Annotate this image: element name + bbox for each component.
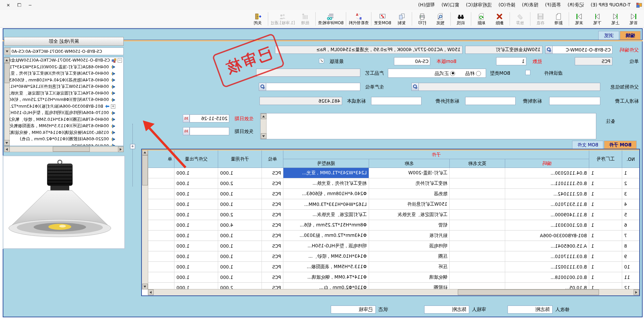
col-header-unit[interactable]: 单位: [261, 150, 283, 168]
scroll-up-icon[interactable]: [4, 57, 10, 63]
cell-extra[interactable]: [148, 251, 174, 262]
toolbar-approve-button[interactable]: [1.审核].通过: [269, 11, 296, 27]
tree-item[interactable]: 00220-606A(硅胶圈)(Φ110*Φ2.0mm，白色): [4, 136, 123, 143]
cell-name[interactable]: 工矿灯固定板、亚光铁灰: [369, 210, 449, 220]
cell-qty[interactable]: 2.000: [218, 178, 261, 189]
effective-date-field[interactable]: [190, 114, 229, 122]
table-row[interactable]: 91B.03.1117010...压圈Φ143*H10.5MM，喷砂、...PC…: [148, 251, 639, 262]
cell-qty[interactable]: 1.000: [218, 199, 261, 210]
scrollbar-thumb[interactable]: [4, 63, 10, 83]
lookup-icon[interactable]: [259, 83, 266, 91]
formal-radio-option[interactable]: 正式品: [435, 70, 455, 77]
cell-no[interactable]: 8: [622, 241, 639, 251]
scroll-down-icon[interactable]: [4, 140, 10, 146]
cell-seq[interactable]: 1: [589, 199, 622, 210]
cell-qty[interactable]: 1.000: [218, 241, 261, 251]
tree-item[interactable]: 004H0-679A(压环)(Φ113.5*H5MM，表面阳极氧化): [4, 123, 123, 130]
tree-item[interactable]: −CS-BYB-O-150MW-30D71-WCTKG-A0(150W钛金相变工…: [4, 57, 123, 64]
expire-date-field[interactable]: [190, 127, 229, 135]
scroll-down-icon[interactable]: [142, 284, 148, 289]
cell-spec[interactable]: Φ114*T4.0MM，钢化玻璃...: [283, 272, 369, 283]
tree-item[interactable]: +B01-BYB00330-006A(贴片灯板)(Φ143mm*T2.0mm，贴…: [4, 103, 123, 110]
cell-qty[interactable]: 1.000: [218, 189, 261, 199]
cell-extra[interactable]: [148, 189, 174, 199]
cell-name[interactable]: 压圈: [369, 251, 449, 262]
cell-spec[interactable]: Φ110*Φ2.0mm，白...: [283, 283, 369, 289]
cell-extra[interactable]: [148, 178, 174, 189]
bom-version-combo[interactable]: CS-BYB-O-150MW-30D71-WCTKG-A0:CS-A0: [4, 47, 124, 55]
cell-name[interactable]: 硅胶圈: [369, 283, 449, 289]
toolbar-new-button[interactable]: 新增: [550, 11, 568, 27]
radio-icon[interactable]: [476, 71, 481, 76]
cell-spec[interactable]: Φ143*H10.5MM，喷砂、...: [283, 251, 369, 262]
col-header-spec[interactable]: 规格型号: [283, 159, 369, 168]
col-header-no[interactable]: NO.: [622, 150, 639, 168]
tab-edit[interactable]: 编辑: [620, 31, 641, 40]
cell-spec[interactable]: Φ8mm*H51*T2.25mm，铝6...: [283, 220, 369, 230]
cell-spec[interactable]: 相变工矿灯外壳，亚光铁...: [283, 178, 369, 189]
cell-en[interactable]: [449, 168, 505, 178]
menu-item-1[interactable]: 记录(R): [564, 1, 588, 9]
restore-button[interactable]: ❐: [14, 2, 25, 8]
cell-no[interactable]: 12: [622, 283, 639, 289]
cell-en[interactable]: [449, 189, 505, 199]
cell-unit[interactable]: PCS: [261, 210, 283, 220]
menu-item-6[interactable]: 窗口(W): [438, 1, 462, 9]
scrollbar-thumb[interactable]: [53, 146, 90, 152]
cell-pqty[interactable]: 1.000: [174, 199, 218, 210]
cell-name[interactable]: 明纬电源: [369, 241, 449, 251]
cell-spec[interactable]: Φ113.5*H5MM，表面阳极...: [283, 262, 369, 272]
table-horizontal-scrollbar[interactable]: [148, 289, 639, 295]
tree-item[interactable]: 015BL-302A(钢化玻璃)(Φ114*T4.0MM，钢化玻璃): [4, 130, 123, 136]
cell-spec[interactable]: 明纬电源，型号HLG-150H...: [283, 241, 369, 251]
cell-unit[interactable]: PCS: [261, 178, 283, 189]
tab-bom-files[interactable]: BOM 文件: [572, 141, 604, 149]
cell-code[interactable]: B.04.1102030...: [505, 168, 589, 178]
cell-pqty[interactable]: 1.000: [174, 178, 218, 189]
cell-qty[interactable]: 1.000: [218, 251, 261, 262]
toolbar-copy-button[interactable]: 复制: [393, 11, 411, 27]
col-header-english-name[interactable]: 英文名称: [449, 159, 505, 168]
cell-unit[interactable]: PCS: [261, 199, 283, 210]
cell-unit[interactable]: PCS: [261, 168, 283, 178]
cell-extra[interactable]: [148, 210, 174, 220]
tree-vertical-scrollbar[interactable]: [4, 57, 10, 146]
scroll-left-icon[interactable]: [634, 289, 639, 295]
minimize-button[interactable]: ─: [26, 2, 35, 8]
cell-unit[interactable]: PCS: [261, 220, 283, 230]
cell-extra[interactable]: [148, 199, 174, 210]
cell-en[interactable]: [449, 199, 505, 210]
cell-name[interactable]: 散热器: [369, 189, 449, 199]
cell-name[interactable]: 150W工矿灯悬挂件: [369, 199, 449, 210]
chevron-down-icon[interactable]: [4, 48, 10, 55]
cell-seq[interactable]: 1: [589, 178, 622, 189]
cell-code[interactable]: B01-BYB00330-006A: [505, 230, 589, 241]
cell-unit[interactable]: PCS: [261, 272, 283, 283]
tree-item[interactable]: 004H0-677A(铝管)(Φ8mm*H51*T2.25mm，铝6063): [4, 97, 123, 103]
cell-no[interactable]: 3: [622, 189, 639, 199]
cell-spec[interactable]: Φ143mm*T2.0mm，贴3030...: [283, 230, 369, 241]
std-outsource-field[interactable]: [371, 97, 421, 105]
cell-no[interactable]: 5: [622, 210, 639, 220]
tree-item[interactable]: 004H0-676A(工矿灯固定板)(工矿灯固定板、亚光铁灰): [4, 90, 123, 97]
cell-extra[interactable]: [148, 230, 174, 241]
toolbar-last-button[interactable]: 末笔: [570, 11, 588, 27]
toolbar-abandon-button[interactable]: 放弃: [511, 11, 529, 27]
table-row[interactable]: 21B.05.1111011...相变工矿灯外壳相变工矿灯外壳，亚光铁...PC…: [148, 178, 639, 189]
latest-checkbox[interactable]: ✓: [319, 58, 324, 63]
parent-code-field[interactable]: [545, 46, 612, 54]
cell-spec[interactable]: 工矿灯固定板、亚光铁灰...: [283, 210, 369, 220]
cell-qty[interactable]: 1.000: [218, 230, 261, 241]
lookup-icon[interactable]: [546, 46, 553, 54]
std-outsource-input[interactable]: [371, 97, 421, 105]
cell-seq[interactable]: 1: [589, 210, 622, 220]
cell-seq[interactable]: 1: [589, 283, 622, 289]
table-row[interactable]: 31B.02.111042...散热器Φ240.4*H108mm，铝6063..…: [148, 189, 639, 199]
toolbar-delete-button[interactable]: 删除: [490, 11, 509, 27]
tree-horizontal-scrollbar[interactable]: [4, 146, 124, 152]
cell-code[interactable]: B.11.5317010...: [505, 199, 589, 210]
scroll-left-icon[interactable]: [118, 146, 124, 152]
table-row[interactable]: 101B.03.1110021...压环Φ113.5*H5MM，表面阳极...P…: [148, 262, 639, 272]
cell-extra[interactable]: [148, 262, 174, 272]
tab-bom-children[interactable]: BOM 子件: [604, 141, 637, 149]
